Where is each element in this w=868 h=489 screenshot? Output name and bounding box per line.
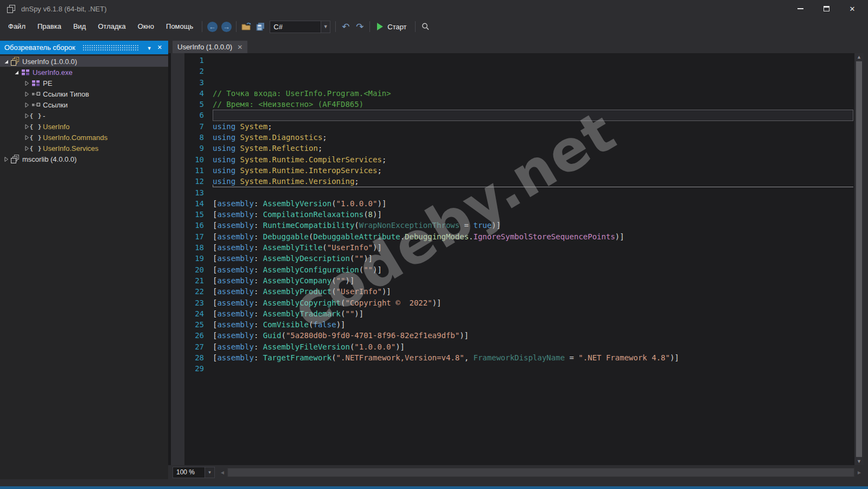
code-line-content[interactable]: // Время: <Неизвестно> (AF4FD865) [213,99,853,110]
code-line-content[interactable]: [assembly: AssemblyTitle("UserInfo")] [213,242,853,253]
code-line-content[interactable]: [assembly: Guid("5a280d0b-9fd0-4701-8f96… [213,330,853,341]
code-token: : [254,309,263,318]
code-token: ".NETFramework,Version=v4.8" [336,353,464,362]
code-token: : [254,342,263,351]
menu-item-6[interactable]: Помощь [160,17,199,36]
tree-item-6[interactable]: { }- [0,110,168,121]
redo-button[interactable]: ↷ [353,20,367,33]
code-token: "Copyright © 2022" [345,299,432,307]
code-token: System [240,122,268,131]
code-token: "UserInfo" [327,243,373,252]
undo-button[interactable]: ↶ [339,20,353,33]
code-line-content[interactable]: [assembly: AssemblyProduct("UserInfo")] [213,286,853,297]
tab-userinfo[interactable]: UserInfo (1.0.0.0) ✕ [173,41,247,53]
expand-icon[interactable] [2,156,10,162]
vertical-scrollbar-thumb[interactable] [856,61,862,457]
code-line-content[interactable]: [assembly: Debuggable(DebuggableAttribut… [213,231,853,242]
code-line-content[interactable]: [assembly: AssemblyTrademark("")] [213,308,853,319]
tab-label: UserInfo (1.0.0.0) [177,43,232,51]
menu-item-5[interactable]: Окно [132,17,160,36]
code-line-content[interactable]: // Точка входа: UserInfo.Program.<Main> [213,88,853,99]
scroll-left-icon[interactable]: ◄ [218,469,227,475]
code-line-content[interactable]: [assembly: ComVisible(false)] [213,319,853,330]
code-line-content[interactable] [213,110,853,120]
code-line-content[interactable] [213,363,853,374]
code-line-content[interactable] [213,77,853,88]
navigate-forward-button[interactable]: → [219,20,233,33]
code-token: )] [345,276,354,285]
collapse-icon[interactable] [2,59,10,65]
scroll-down-icon[interactable]: ▼ [857,458,861,465]
combobox-dropdown-button[interactable]: ▼ [321,21,330,33]
tree-item-5[interactable]: Ссылки [0,99,168,110]
scroll-right-icon[interactable]: ► [855,469,864,475]
code-line-content[interactable]: using System.Diagnostics; [213,132,853,143]
vertical-scrollbar[interactable]: ▲ ▼ [854,53,864,465]
code-line-content[interactable]: [assembly: AssemblyVersion("1.0.0.0")] [213,198,853,209]
tab-close-icon[interactable]: ✕ [237,43,242,51]
horizontal-scrollbar[interactable] [227,468,855,477]
horizontal-scrollbar-thumb[interactable] [228,468,854,477]
language-combobox[interactable]: C# ▼ [270,21,330,33]
code-token: FrameworkDisplayName [473,353,565,362]
panel-menu-button[interactable]: ▼ [144,45,155,51]
tree-item-9[interactable]: { }UserInfo.Services [0,143,168,154]
code-line-content[interactable] [213,55,853,66]
tree-item-2[interactable]: UserInfo.exe [0,67,168,78]
open-file-button[interactable] [239,20,253,33]
search-button[interactable] [418,20,432,33]
zoom-dropdown-button[interactable]: ▼ [205,467,215,478]
dnspy-window: dnSpy v6.1.8 (64-bit, .NET) ✕ ФайлПравка… [0,0,868,489]
code-token: 8 [368,210,373,219]
scroll-up-icon[interactable]: ▲ [857,53,861,61]
navigate-back-button[interactable]: ← [205,20,219,33]
tree-item-10[interactable]: mscorlib (4.0.0.0) [0,154,168,164]
code-line-content[interactable]: using System.Runtime.CompilerServices; [213,154,853,165]
minimize-button[interactable] [796,5,804,12]
code-token: : [254,243,263,252]
code-line-content[interactable]: using System; [213,121,853,132]
code-token: assembly [217,331,253,340]
code-line-content[interactable]: [assembly: RuntimeCompatibility(WrapNonE… [213,220,853,231]
close-button[interactable]: ✕ [848,5,856,12]
menu-item-1[interactable]: Файл [2,17,31,36]
start-debug-button[interactable]: Старт [373,23,412,31]
panel-close-button[interactable]: ✕ [155,44,165,51]
tree-item-3[interactable]: PE [0,78,168,88]
undo-icon: ↶ [342,21,349,33]
code-editor[interactable]: 1234// Точка входа: UserInfo.Program.<Ma… [184,53,854,465]
tree-item-7[interactable]: { }UserInfo [0,121,168,132]
line-number: 17 [184,231,213,242]
assembly-explorer-header[interactable]: Обозреватель сборок ▼ ✕ [0,41,168,54]
menu-item-4[interactable]: Отладка [92,17,131,36]
menu-item-3[interactable]: Вид [67,17,92,36]
code-line-content[interactable]: [assembly: CompilationRelaxations(8)] [213,209,853,220]
code-line-content[interactable]: [assembly: AssemblyCompany("")] [213,275,853,286]
maximize-button[interactable] [822,5,830,12]
save-all-button[interactable] [253,20,267,33]
code-line-content[interactable]: [assembly: AssemblyDescription("")] [213,253,853,264]
code-line-content[interactable]: [assembly: TargetFramework(".NETFramewor… [213,352,853,363]
collapse-icon[interactable] [12,69,21,75]
code-line-content[interactable] [213,66,853,77]
bottom-gap [0,479,868,486]
expand-icon[interactable] [23,102,31,108]
code-token: )] [373,210,382,219]
expand-icon[interactable] [23,91,31,97]
code-line: 4// Точка входа: UserInfo.Program.<Main> [184,88,854,99]
code-line-content[interactable]: using System.Reflection; [213,143,853,154]
tree-item-4[interactable]: Ссылки Типов [0,88,168,99]
code-line-content[interactable]: using System.Runtime.InteropServices; [213,165,853,176]
code-line-content[interactable]: [assembly: AssemblyFileVersion("1.0.0.0"… [213,341,853,352]
menu-item-2[interactable]: Правка [31,17,67,36]
code-line-content[interactable]: using System.Runtime.Versioning; [213,176,853,187]
tree-item-8[interactable]: { }UserInfo.Commands [0,132,168,143]
zoom-level-box[interactable]: 100 % [173,467,205,478]
code-line-content[interactable]: [assembly: AssemblyCopyright("Copyright … [213,297,853,308]
code-token: . [400,232,405,241]
tree-item-1[interactable]: UserInfo (1.0.0.0) [0,56,168,67]
code-line-content[interactable] [213,187,853,198]
expand-icon[interactable] [23,80,31,86]
code-line-content[interactable]: [assembly: AssemblyConfiguration("")] [213,264,853,275]
line-number: 22 [184,286,213,297]
